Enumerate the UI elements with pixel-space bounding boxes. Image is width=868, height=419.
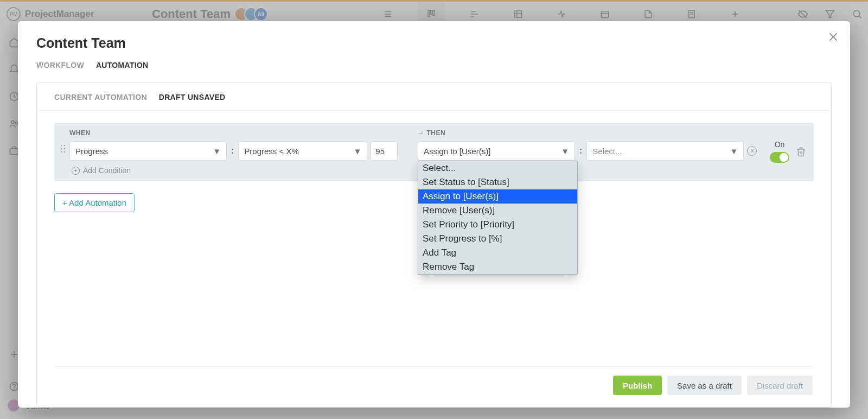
svg-point-33	[61, 145, 62, 147]
chevron-down-icon: ▼	[561, 147, 569, 156]
add-automation-button[interactable]: + Add Automation	[54, 193, 135, 212]
trigger-field-select[interactable]: Progress ▼	[69, 141, 227, 161]
condition-operator-value: Progress < X%	[244, 147, 298, 156]
chevron-down-icon: ▼	[730, 147, 738, 156]
condition-value-input[interactable]: 95	[371, 141, 398, 161]
dropdown-option[interactable]: Set Priority to [Priority]	[418, 218, 577, 232]
automation-panel: CURRENT AUTOMATION DRAFT UNSAVED WHEN Pr…	[36, 82, 832, 408]
condition-operator-select[interactable]: Progress < X% ▼	[238, 141, 367, 161]
trigger-field-value: Progress	[75, 147, 108, 156]
save-draft-button[interactable]: Save as a draft	[667, 376, 742, 395]
modal-title: Content Team	[36, 35, 832, 51]
arrow-right-icon: →	[418, 129, 425, 137]
toggle-label: On	[775, 140, 785, 149]
action-target-placeholder: Select...	[592, 147, 622, 156]
clear-action-button[interactable]: ✕	[747, 146, 757, 156]
delete-rule-button[interactable]	[796, 147, 806, 157]
tab-draft-unsaved[interactable]: DRAFT UNSAVED	[159, 93, 226, 101]
svg-point-36	[64, 148, 66, 150]
action-field-value: Assign to [User(s)]	[424, 147, 490, 156]
action-dropdown: Select...Set Status to [Status]Assign to…	[418, 161, 578, 275]
then-label: THEN	[427, 129, 446, 137]
when-label: WHEN	[69, 129, 417, 137]
automation-modal: Content Team WORKFLOW AUTOMATION CURRENT…	[18, 21, 850, 408]
dropdown-option[interactable]: Remove [User(s)]	[418, 204, 577, 218]
separator: :	[230, 146, 235, 156]
chevron-down-icon: ▼	[353, 147, 361, 156]
rule-toggle[interactable]: On	[770, 140, 789, 163]
panel-tabs: CURRENT AUTOMATION DRAFT UNSAVED	[37, 83, 831, 111]
close-button[interactable]	[827, 31, 840, 44]
toggle-switch[interactable]	[770, 152, 789, 163]
modal-footer: Publish Save as a draft Discard draft	[55, 366, 813, 407]
plus-circle-icon: +	[72, 167, 80, 175]
tab-workflow[interactable]: WORKFLOW	[36, 61, 84, 75]
tab-current-automation[interactable]: CURRENT AUTOMATION	[54, 93, 147, 101]
dropdown-option[interactable]: Add Tag	[418, 246, 577, 260]
dropdown-option[interactable]: Assign to [User(s)]	[418, 189, 577, 204]
action-target-select[interactable]: Select... ▼	[586, 141, 744, 161]
dropdown-option[interactable]: Set Progress to [%]	[418, 232, 577, 246]
automation-rule: WHEN Progress ▼ : Progress < X% ▼	[54, 123, 814, 181]
drag-handle-icon[interactable]	[60, 129, 66, 153]
svg-point-37	[61, 151, 62, 153]
dropdown-option[interactable]: Remove Tag	[418, 260, 577, 274]
add-condition-button[interactable]: + Add Condition	[72, 166, 417, 175]
chevron-down-icon: ▼	[213, 147, 221, 156]
separator: :	[578, 146, 583, 156]
discard-draft-button[interactable]: Discard draft	[747, 376, 813, 395]
dropdown-option[interactable]: Select...	[418, 161, 577, 175]
svg-point-34	[64, 145, 66, 147]
dropdown-option[interactable]: Set Status to [Status]	[418, 175, 577, 189]
svg-point-35	[61, 148, 62, 150]
svg-point-38	[64, 151, 66, 153]
tab-automation[interactable]: AUTOMATION	[96, 61, 149, 75]
modal-tabs: WORKFLOW AUTOMATION	[36, 61, 832, 75]
publish-button[interactable]: Publish	[613, 376, 662, 395]
action-field-select[interactable]: Assign to [User(s)] ▼	[418, 141, 575, 161]
